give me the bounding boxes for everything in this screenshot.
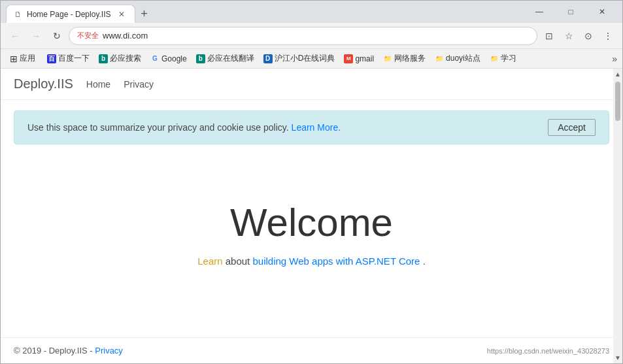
baidu-label: 百度一下: [58, 53, 90, 64]
cookie-message: Use this space to summarize your privacy…: [27, 122, 289, 133]
duoyi-label: duoyi站点: [446, 53, 480, 64]
biyingso-label: 必应搜索: [110, 53, 141, 64]
baidu-icon: 百: [47, 54, 56, 63]
window-controls: — □ ✕: [524, 1, 617, 22]
cookie-banner: Use this space to summarize your privacy…: [14, 110, 609, 144]
site-footer: © 2019 - Deploy.IIS - Privacy https://bl…: [1, 337, 622, 363]
google-icon: G: [150, 54, 160, 63]
study-icon: 📁: [490, 54, 499, 63]
apps-grid-icon: ⊞: [10, 54, 18, 64]
bookmark-network-services[interactable]: 📁 网络服务: [379, 52, 429, 65]
hujiao-icon: D: [263, 54, 273, 63]
address-bar[interactable]: 不安全 www.di.com: [69, 27, 537, 45]
welcome-heading: Welcome: [230, 200, 393, 245]
nav-privacy-link[interactable]: Privacy: [124, 79, 154, 90]
qr-icon[interactable]: ⊡: [540, 27, 558, 45]
bookmarks-more-button[interactable]: »: [612, 54, 617, 64]
scrollbar[interactable]: ▲ ▼: [613, 69, 622, 363]
tab-close-button[interactable]: ✕: [116, 9, 127, 20]
bookmark-hujiao[interactable]: D 沪江小D在线词典: [260, 52, 339, 65]
webpage-content: Deploy.IIS Home Privacy Use this space t…: [1, 69, 622, 363]
nav-home-link[interactable]: Home: [86, 79, 110, 90]
site-navigation: Deploy.IIS Home Privacy: [1, 69, 622, 100]
back-button[interactable]: ←: [6, 27, 24, 45]
bookmark-star-icon[interactable]: ☆: [560, 27, 578, 45]
nav-actions: ⊡ ☆ ⊙ ⋮: [540, 27, 617, 45]
footer-left: © 2019 - Deploy.IIS - Privacy: [14, 346, 123, 356]
site-brand: Deploy.IIS: [14, 76, 73, 91]
bookmark-baidu[interactable]: 百 百度一下: [43, 52, 93, 65]
address-text: www.di.com: [103, 31, 529, 41]
active-tab[interactable]: 🗋 Home Page - Deploy.IIS ✕: [6, 5, 135, 23]
learn-word: Learn: [197, 256, 222, 267]
minimize-button[interactable]: —: [524, 1, 554, 22]
learn-suffix: .: [423, 256, 426, 267]
cookie-learn-more-link[interactable]: Learn More.: [292, 122, 341, 133]
main-content: Welcome Learn about building Web apps wi…: [1, 155, 622, 337]
footer-copyright: © 2019 - Deploy.IIS -: [14, 346, 93, 356]
learn-section: Learn about building Web apps with ASP.N…: [197, 256, 426, 267]
new-tab-button[interactable]: +: [135, 5, 154, 23]
network-services-icon: 📁: [383, 54, 392, 63]
biyingso-icon: b: [99, 54, 108, 63]
bookmark-google[interactable]: G Google: [146, 53, 191, 65]
cookie-accept-button[interactable]: Accept: [548, 119, 596, 136]
hujiao-label: 沪江小D在线词典: [275, 53, 335, 64]
cookie-text: Use this space to summarize your privacy…: [27, 122, 535, 133]
learn-about: about: [226, 256, 253, 267]
tab-page-icon: 🗋: [14, 10, 22, 18]
tab-bar: 🗋 Home Page - Deploy.IIS ✕ +: [6, 1, 522, 23]
bookmarks-bar: ⊞ 应用 百 百度一下 b 必应搜索 G Google b 必应在线翻译 D 沪…: [1, 49, 622, 69]
study-label: 学习: [501, 53, 516, 64]
bookmark-study[interactable]: 📁 学习: [486, 52, 520, 65]
footer-privacy-link[interactable]: Privacy: [95, 346, 123, 356]
close-button[interactable]: ✕: [587, 1, 617, 22]
bookmark-biyingso[interactable]: b 必应搜索: [95, 52, 145, 65]
scrollbar-thumb[interactable]: [615, 82, 620, 121]
account-icon[interactable]: ⊙: [579, 27, 598, 45]
gmail-label: gmail: [355, 54, 374, 63]
maximize-button[interactable]: □: [556, 1, 586, 22]
forward-button[interactable]: →: [27, 27, 45, 45]
bookmark-gmail[interactable]: M gmail: [340, 53, 378, 65]
menu-icon[interactable]: ⋮: [599, 27, 617, 45]
scrollbar-down-arrow[interactable]: ▼: [613, 352, 622, 363]
navigation-bar: ← → ↻ 不安全 www.di.com ⊡ ☆ ⊙ ⋮: [1, 23, 622, 49]
refresh-button[interactable]: ↻: [48, 27, 66, 45]
footer-status-url: https://blog.csdn.net/weixin_43028273: [487, 347, 609, 355]
google-label: Google: [161, 54, 187, 63]
learn-link[interactable]: building Web apps with ASP.NET Core: [252, 256, 420, 267]
bookmark-biyingyi[interactable]: b 必应在线翻译: [192, 52, 258, 65]
bookmark-duoyi[interactable]: 📁 duoyi站点: [431, 52, 484, 65]
network-services-label: 网络服务: [394, 53, 426, 64]
scrollbar-up-arrow[interactable]: ▲: [613, 69, 622, 80]
duoyi-icon: 📁: [435, 54, 444, 63]
tab-title: Home Page - Deploy.IIS: [27, 10, 111, 19]
security-icon: 不安全: [77, 31, 99, 41]
biyingyi-icon: b: [196, 54, 205, 63]
browser-window: 🗋 Home Page - Deploy.IIS ✕ + — □ ✕ ← → ↻…: [0, 0, 623, 364]
title-bar: 🗋 Home Page - Deploy.IIS ✕ + — □ ✕: [1, 1, 622, 23]
bookmark-apps[interactable]: ⊞ 应用: [6, 52, 39, 65]
gmail-icon: M: [344, 54, 353, 63]
biyingyi-label: 必应在线翻译: [207, 53, 254, 64]
apps-label: 应用: [20, 53, 35, 64]
